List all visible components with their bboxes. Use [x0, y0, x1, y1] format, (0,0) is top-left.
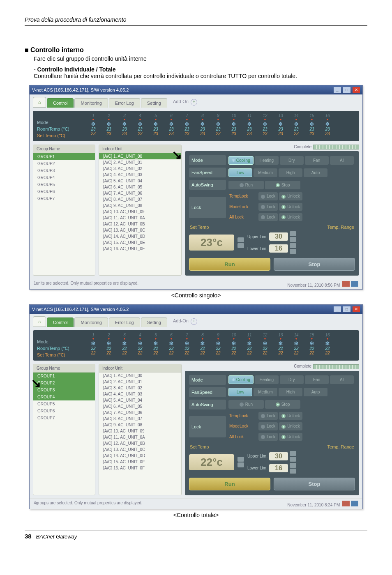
group-item[interactable]: GROUP5: [33, 181, 95, 188]
tab-control[interactable]: Control: [47, 98, 74, 108]
unit-item[interactable]: [A/C] 13. AC_UNIT_0C: [99, 446, 181, 453]
temp-up-button[interactable]: [238, 237, 244, 242]
modelock-lock[interactable]: Lock: [258, 203, 278, 211]
modelock-unlock[interactable]: Unlock: [279, 203, 302, 211]
group-item[interactable]: GROUP7: [33, 195, 95, 202]
autoswing-run[interactable]: Run: [228, 400, 264, 409]
unit-item[interactable]: [A/C] 11. AC_UNIT_0A: [99, 215, 181, 221]
group-item[interactable]: GROUP3: [33, 167, 95, 174]
mode-heating[interactable]: Heating: [255, 375, 279, 384]
maximize-button[interactable]: □: [343, 87, 350, 93]
unit-item[interactable]: [A/C] 5. AC_UNIT_04: [99, 397, 181, 403]
mode-ai[interactable]: AI: [330, 156, 354, 165]
maximize-button[interactable]: □: [343, 306, 350, 312]
fan-medium[interactable]: Medium: [254, 168, 277, 177]
group-item[interactable]: GROUP2: [33, 380, 95, 386]
unit-item[interactable]: [A/C] 10. AC_UNIT_09: [99, 209, 181, 215]
tab-addon[interactable]: Add-On +: [173, 97, 197, 108]
minimize-button[interactable]: _: [334, 306, 341, 312]
templock-unlock[interactable]: Unlock: [279, 412, 302, 420]
autoswing-stop[interactable]: Stop: [265, 400, 300, 409]
group-item[interactable]: GROUP4: [33, 174, 95, 181]
addon-plus-icon[interactable]: +: [191, 318, 197, 325]
templock-unlock[interactable]: Unlock: [279, 192, 302, 200]
unit-item[interactable]: [A/C] 4. AC_UNIT_03: [99, 391, 181, 397]
home-button[interactable]: ⌂: [33, 97, 46, 108]
mode-dry[interactable]: Dry: [280, 156, 304, 165]
unit-item[interactable]: [A/C] 6. AC_UNIT_05: [99, 184, 181, 190]
tab-monitoring[interactable]: Monitoring: [74, 98, 108, 108]
unit-item[interactable]: [A/C] 15. AC_UNIT_0E: [99, 239, 181, 246]
unit-item[interactable]: [A/C] 14. AC_UNIT_0D: [99, 233, 181, 239]
fan-auto[interactable]: Auto: [304, 168, 327, 177]
unit-item[interactable]: [A/C] 9. AC_UNIT_08: [99, 202, 181, 209]
unit-item[interactable]: [A/C] 9. AC_UNIT_08: [99, 422, 181, 428]
unit-item[interactable]: [A/C] 10. AC_UNIT_09: [99, 428, 181, 434]
tab-errorlog[interactable]: Error Log: [109, 98, 140, 108]
mode-fan[interactable]: Fan: [305, 375, 329, 384]
lower-down[interactable]: [290, 249, 296, 254]
fan-low[interactable]: Low: [228, 168, 252, 177]
group-item[interactable]: GROUP1: [33, 153, 95, 160]
autoswing-stop[interactable]: Stop: [265, 181, 300, 189]
addon-plus-icon[interactable]: +: [191, 99, 197, 106]
group-item[interactable]: GROUP6: [33, 188, 95, 195]
alllock-unlock[interactable]: Unlock: [279, 433, 302, 441]
unit-item[interactable]: [A/C] 2. AC_UNIT_01: [99, 379, 181, 385]
alllock-unlock[interactable]: Unlock: [279, 213, 302, 221]
group-item[interactable]: GROUP5: [33, 400, 95, 407]
unit-item[interactable]: [A/C] 1. AC_UNIT_00: [99, 373, 181, 379]
minimize-button[interactable]: _: [334, 87, 341, 93]
modelock-unlock[interactable]: Unlock: [279, 422, 302, 430]
status-icon-1[interactable]: [342, 501, 350, 506]
tab-monitoring[interactable]: Monitoring: [74, 317, 108, 327]
mode-fan[interactable]: Fan: [305, 156, 329, 165]
unit-item[interactable]: [A/C] 6. AC_UNIT_05: [99, 403, 181, 409]
run-button[interactable]: Run: [189, 258, 270, 271]
unit-item[interactable]: [A/C] 16. AC_UNIT_0F: [99, 465, 181, 471]
stop-button[interactable]: Stop: [274, 478, 355, 490]
upper-down[interactable]: [290, 237, 296, 242]
mode-ai[interactable]: AI: [330, 375, 354, 384]
alllock-lock[interactable]: Lock: [258, 433, 278, 441]
mode-heating[interactable]: Heating: [255, 156, 279, 165]
group-item[interactable]: GROUP7: [33, 414, 95, 421]
autoswing-run[interactable]: Run: [228, 181, 264, 189]
mode-dry[interactable]: Dry: [280, 375, 304, 384]
tab-control[interactable]: Control: [47, 317, 74, 327]
fan-auto[interactable]: Auto: [304, 388, 327, 396]
unit-item[interactable]: [A/C] 7. AC_UNIT_06: [99, 190, 181, 196]
group-item[interactable]: GROUP3: [33, 386, 95, 393]
temp-down-button[interactable]: [238, 243, 244, 248]
mode-cooling[interactable]: Cooling: [228, 156, 254, 165]
unit-item[interactable]: [A/C] 3. AC_UNIT_02: [99, 166, 181, 172]
stop-button[interactable]: Stop: [274, 258, 355, 271]
tab-setting[interactable]: Setting: [141, 317, 167, 327]
group-item[interactable]: GROUP6: [33, 407, 95, 414]
lower-up[interactable]: [290, 243, 296, 248]
upper-down[interactable]: [290, 457, 296, 462]
run-button[interactable]: Run: [189, 478, 270, 490]
upper-up[interactable]: [290, 451, 296, 456]
home-button[interactable]: ⌂: [33, 316, 46, 327]
unit-item[interactable]: [A/C] 2. AC_UNIT_01: [99, 159, 181, 166]
fan-low[interactable]: Low: [228, 388, 252, 396]
temp-up-button[interactable]: [238, 457, 244, 462]
lower-down[interactable]: [290, 469, 296, 474]
group-item[interactable]: GROUP2: [33, 160, 95, 167]
templock-lock[interactable]: Lock: [258, 192, 278, 200]
status-icon-2[interactable]: [351, 281, 358, 287]
upper-up[interactable]: [290, 231, 296, 236]
tab-addon[interactable]: Add-On +: [173, 316, 197, 327]
lower-up[interactable]: [290, 463, 296, 468]
unit-item[interactable]: [A/C] 3. AC_UNIT_02: [99, 385, 181, 391]
unit-item[interactable]: [A/C] 4. AC_UNIT_03: [99, 172, 181, 178]
unit-item[interactable]: [A/C] 16. AC_UNIT_0F: [99, 246, 181, 252]
group-item[interactable]: GROUP1: [33, 373, 95, 380]
modelock-lock[interactable]: Lock: [258, 422, 278, 430]
temp-down-button[interactable]: [238, 462, 244, 467]
templock-lock[interactable]: Lock: [258, 412, 278, 420]
fan-medium[interactable]: Medium: [254, 388, 277, 396]
unit-item[interactable]: [A/C] 12. AC_UNIT_0B: [99, 221, 181, 227]
mode-cooling[interactable]: Cooling: [228, 375, 254, 384]
